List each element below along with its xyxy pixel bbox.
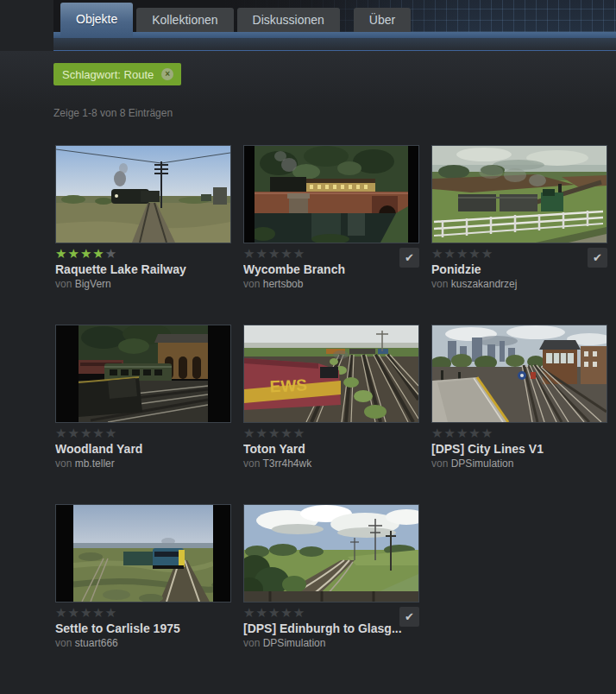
results-summary: Zeige 1-8 von 8 Einträgen (53, 107, 616, 119)
workshop-item[interactable]: EWS ★★★★★ ✔ Toton Yard von T3rr4h4wk (243, 325, 419, 470)
item-title[interactable]: Raquette Lake Railway (55, 262, 231, 276)
item-byline: von kuszakandrzej (431, 278, 607, 290)
tab-objekte[interactable]: Objekte (60, 3, 133, 38)
star-empty-icon: ★ (55, 426, 66, 440)
item-byline: von DPSimulation (243, 637, 419, 649)
filter-tag-route[interactable]: Schlagwort: Route × (53, 63, 181, 85)
item-author[interactable]: mb.teller (75, 457, 115, 470)
item-thumbnail[interactable] (243, 504, 419, 603)
workshop-item[interactable]: ★★★★★ ✔ Raquette Lake Railway von BigVer… (55, 145, 231, 290)
thumb-art-woodland (56, 325, 230, 422)
byline-prefix: von (243, 278, 260, 290)
byline-prefix: von (243, 637, 260, 649)
byline-prefix: von (55, 637, 72, 649)
star-empty-icon: ★ (243, 246, 255, 261)
item-byline: von hertsbob (243, 278, 419, 290)
star-filled-icon: ★ (80, 246, 91, 261)
star-empty-icon: ★ (92, 426, 104, 440)
item-thumbnail[interactable] (55, 145, 231, 243)
rating-stars: ★★★★★ (243, 247, 419, 261)
workshop-item[interactable]: ★★★★★ ✔ Settle to Carlisle 1975 von stua… (55, 504, 231, 649)
star-empty-icon: ★ (468, 246, 480, 261)
star-filled-icon: ★ (55, 246, 66, 261)
item-author[interactable]: T3rr4h4wk (262, 457, 311, 470)
star-empty-icon: ★ (280, 605, 292, 620)
byline-prefix: von (243, 457, 260, 470)
item-thumbnail[interactable] (431, 325, 607, 423)
star-empty-icon: ★ (456, 246, 468, 261)
item-author[interactable]: DPSimulation (451, 457, 514, 470)
star-empty-icon: ★ (67, 605, 79, 620)
item-title[interactable]: Woodland Yard (55, 442, 231, 456)
thumb-art-raquette (56, 146, 230, 243)
item-title[interactable]: Toton Yard (243, 442, 419, 456)
workshop-browse-content: Schlagwort: Route × Zeige 1-8 von 8 Eint… (0, 51, 616, 684)
item-thumbnail[interactable] (431, 145, 607, 243)
star-empty-icon: ★ (243, 605, 255, 620)
thumb-art-settle (56, 505, 230, 602)
tab-ueber[interactable]: Über (354, 8, 411, 32)
item-thumbnail[interactable] (243, 145, 419, 243)
rating-stars: ★★★★★ (55, 606, 231, 620)
star-empty-icon: ★ (468, 426, 480, 440)
byline-prefix: von (55, 457, 72, 470)
thumb-art-citylines (432, 325, 607, 422)
rating-stars: ★★★★★ (243, 606, 419, 620)
star-empty-icon: ★ (481, 426, 493, 440)
star-empty-icon: ★ (255, 426, 267, 440)
workshop-item[interactable]: ★★★★★ ✔ Woodland Yard von mb.teller (55, 325, 231, 470)
item-byline: von T3rr4h4wk (243, 457, 419, 470)
star-empty-icon: ★ (105, 605, 116, 620)
star-empty-icon: ★ (268, 426, 280, 440)
star-empty-icon: ★ (443, 246, 455, 261)
tab-underline-bar (53, 32, 616, 38)
item-title[interactable]: [DPS] Edinburgh to Glasg... (243, 621, 419, 635)
rating-stars: ★★★★★ (243, 426, 419, 440)
item-byline: von BigVern (55, 278, 231, 290)
workshop-item[interactable]: ★★★★★ ✔ Ponidzie von kuszakandrzej (431, 145, 607, 290)
star-empty-icon: ★ (293, 605, 305, 620)
check-icon: ✔ (405, 610, 414, 623)
workshop-tab-bar: Objekte Kollektionen Diskussionen Über (53, 0, 616, 32)
star-empty-icon: ★ (280, 426, 292, 440)
item-author[interactable]: hertsbob (263, 278, 304, 290)
item-title[interactable]: Ponidzie (431, 262, 607, 276)
subscribed-check-badge: ✔ (399, 607, 419, 627)
workshop-item[interactable]: ★★★★★ ✔ [DPS] Edinburgh to Glasg... von … (243, 504, 419, 649)
thumb-art-edinburgh (244, 505, 418, 602)
byline-prefix: von (431, 278, 448, 290)
item-title[interactable]: [DPS] City Lines V1 (431, 442, 607, 456)
thumb-art-ponidzie (432, 146, 607, 243)
star-empty-icon: ★ (280, 246, 292, 261)
workshop-item[interactable]: ★★★★★ ✔ Wycombe Branch von hertsbob (243, 145, 419, 290)
star-empty-icon: ★ (255, 605, 267, 620)
item-thumbnail[interactable] (55, 504, 231, 603)
star-empty-icon: ★ (481, 246, 493, 261)
check-icon: ✔ (593, 251, 602, 264)
item-author[interactable]: kuszakandrzej (451, 278, 518, 290)
tab-kollektionen[interactable]: Kollektionen (136, 8, 233, 32)
remove-filter-icon[interactable]: × (161, 68, 173, 80)
byline-prefix: von (431, 457, 448, 470)
star-empty-icon: ★ (431, 246, 443, 261)
subscribed-check-badge: ✔ (588, 248, 607, 268)
item-thumbnail[interactable]: EWS (243, 325, 419, 423)
item-author[interactable]: BigVern (75, 278, 111, 290)
workshop-item-grid: ★★★★★ ✔ Raquette Lake Railway von BigVer… (55, 145, 616, 684)
item-author[interactable]: DPSimulation (263, 637, 326, 649)
workshop-item[interactable]: ★★★★★ ✔ [DPS] City Lines V1 von DPSimula… (431, 325, 607, 470)
star-empty-icon: ★ (443, 426, 455, 440)
item-thumbnail[interactable] (55, 325, 231, 423)
check-icon: ✔ (405, 251, 414, 264)
item-title[interactable]: Wycombe Branch (243, 262, 419, 276)
filter-tag-label: Schlagwort: Route (62, 68, 154, 81)
item-author[interactable]: stuart666 (75, 637, 118, 649)
tab-diskussionen[interactable]: Diskussionen (237, 8, 340, 32)
item-title[interactable]: Settle to Carlisle 1975 (55, 621, 231, 635)
byline-prefix: von (55, 278, 72, 290)
star-empty-icon: ★ (293, 246, 305, 261)
star-empty-icon: ★ (105, 246, 116, 261)
star-filled-icon: ★ (67, 246, 79, 261)
star-empty-icon: ★ (243, 426, 255, 440)
item-byline: von stuart666 (55, 637, 231, 649)
